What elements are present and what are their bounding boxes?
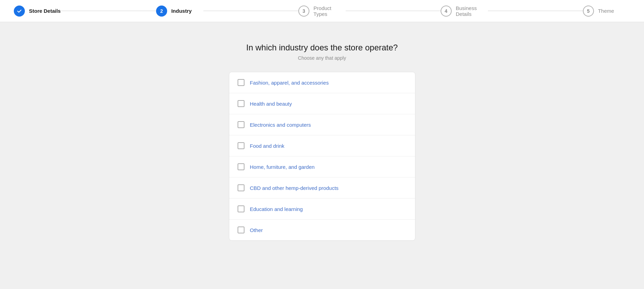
step-1-circle [14,6,25,17]
step-store-details[interactable]: Store Details [14,6,61,17]
step-divider-2 [203,11,298,11]
option-item-electronics[interactable]: Electronics and computers [229,114,415,135]
option-item-health-beauty[interactable]: Health and beauty [229,93,415,114]
step-4-label: Business Details [456,5,488,17]
page-title: In which industry does the store operate… [246,43,398,52]
checkbox-food-drink[interactable] [238,142,244,149]
step-3-label: Product Types [314,5,346,17]
option-label-education: Education and learning [250,206,303,212]
step-theme[interactable]: 5 Theme [583,6,630,17]
step-4-circle: 4 [441,6,452,17]
option-item-home-furniture[interactable]: Home, furniture, and garden [229,156,415,177]
industry-options-card: Fashion, apparel, and accessoriesHealth … [229,72,415,241]
checkbox-other[interactable] [238,227,244,233]
checkbox-home-furniture[interactable] [238,163,244,170]
option-label-cbd: CBD and other hemp-derived products [250,185,339,191]
option-label-fashion: Fashion, apparel, and accessories [250,80,329,86]
stepper-nav: Store Details 2 Industry 3 Product Types… [0,0,644,22]
option-item-other[interactable]: Other [229,220,415,240]
main-content: In which industry does the store operate… [0,22,644,289]
step-2-circle: 2 [156,6,167,17]
checkbox-education[interactable] [238,205,244,212]
option-label-other: Other [250,227,263,233]
checkbox-fashion[interactable] [238,79,244,86]
step-industry[interactable]: 2 Industry [156,6,203,17]
step-divider-1 [61,11,156,11]
option-item-fashion[interactable]: Fashion, apparel, and accessories [229,72,415,93]
option-label-electronics: Electronics and computers [250,122,311,128]
step-3-circle: 3 [298,6,309,17]
step-divider-4 [488,11,583,11]
step-5-label: Theme [598,8,614,14]
checkbox-cbd[interactable] [238,184,244,191]
checkbox-health-beauty[interactable] [238,100,244,107]
option-label-home-furniture: Home, furniture, and garden [250,164,315,170]
option-item-food-drink[interactable]: Food and drink [229,135,415,156]
option-label-food-drink: Food and drink [250,143,285,149]
step-5-circle: 5 [583,6,594,17]
option-label-health-beauty: Health and beauty [250,101,292,107]
checkbox-electronics[interactable] [238,121,244,128]
page-subtitle: Choose any that apply [298,55,346,61]
option-item-cbd[interactable]: CBD and other hemp-derived products [229,177,415,199]
step-business-details[interactable]: 4 Business Details [441,5,488,17]
step-2-label: Industry [171,8,192,14]
step-divider-3 [346,11,441,11]
step-1-label: Store Details [29,8,61,14]
option-item-education[interactable]: Education and learning [229,199,415,220]
step-product-types[interactable]: 3 Product Types [298,5,346,17]
